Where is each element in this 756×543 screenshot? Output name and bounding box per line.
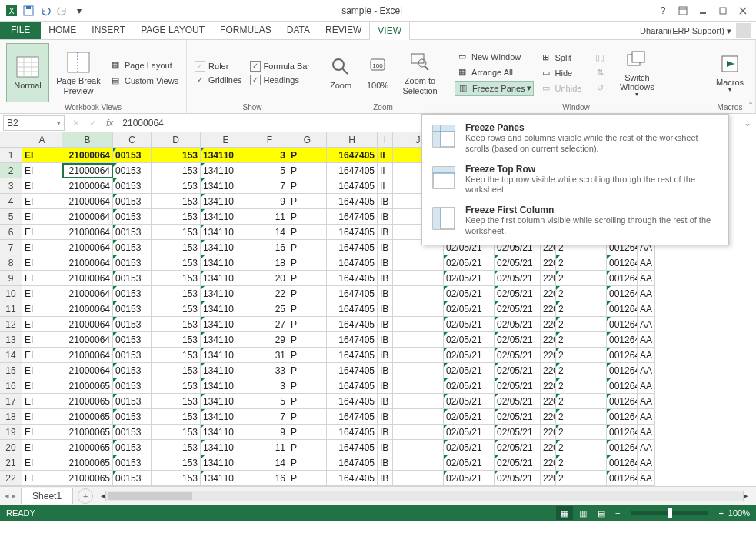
cell[interactable]: 9 [251, 194, 288, 209]
cell[interactable]: 00153 [113, 471, 152, 486]
row-header[interactable]: 22 [0, 471, 22, 486]
tab-formulas[interactable]: FORMULAS [212, 22, 279, 39]
cell[interactable]: 02/05/21 [444, 425, 495, 440]
cell[interactable]: 5 [251, 394, 288, 409]
cell[interactable]: 00126453 [607, 425, 638, 440]
unhide-button[interactable]: ▭Unhide [538, 82, 584, 95]
cell[interactable]: EI [22, 255, 62, 271]
tab-page-layout[interactable]: PAGE LAYOUT [133, 22, 212, 39]
cell[interactable]: 02/05/21 [444, 301, 495, 317]
cell[interactable]: IB [378, 286, 393, 301]
cell[interactable]: 1647405 [327, 301, 378, 317]
cell[interactable]: 1647405 [327, 286, 378, 301]
cell[interactable]: 134110 [201, 286, 251, 301]
row-header[interactable]: 20 [0, 440, 22, 455]
cell[interactable]: P [288, 394, 327, 409]
cell[interactable]: 02/05/21 [444, 317, 495, 332]
cell[interactable]: 02/05/21 [444, 286, 495, 301]
page-break-view-icon[interactable]: ▤ [593, 506, 610, 520]
cell[interactable]: 134110 [201, 317, 251, 332]
cell[interactable]: 153 [152, 394, 201, 409]
cell[interactable]: IB [378, 425, 393, 440]
cell[interactable]: 16 [251, 240, 288, 255]
cell[interactable]: 1647405 [327, 317, 378, 332]
cell[interactable]: 02/05/21 [495, 301, 541, 317]
cell[interactable]: 2 [556, 471, 607, 486]
cell[interactable]: 02/05/21 [495, 471, 541, 486]
cell[interactable]: AA [638, 440, 655, 455]
cell[interactable]: 21000064 [62, 332, 113, 348]
help-icon[interactable]: ? [653, 2, 673, 19]
cell[interactable]: 153 [152, 363, 201, 378]
row-header[interactable]: 3 [0, 178, 22, 194]
sheet-tab[interactable]: Sheet1 [21, 488, 73, 504]
cell[interactable]: EI [22, 301, 62, 317]
cell[interactable]: 7 [251, 409, 288, 425]
cell[interactable]: 02/05/21 [444, 394, 495, 409]
cell[interactable]: IB [378, 455, 393, 471]
select-all-corner[interactable] [0, 132, 22, 148]
cell[interactable]: EI [22, 317, 62, 332]
cell[interactable]: 33 [251, 363, 288, 378]
cell[interactable]: 220012 [541, 363, 556, 378]
cell[interactable]: 153 [152, 286, 201, 301]
cell[interactable]: 00153 [113, 286, 152, 301]
cell[interactable]: AA [638, 255, 655, 271]
cell[interactable]: 21000064 [62, 271, 113, 286]
cell[interactable]: 220012 [541, 332, 556, 348]
cell[interactable]: 00153 [113, 178, 152, 194]
cell[interactable]: 153 [152, 301, 201, 317]
cell[interactable]: EI [22, 471, 62, 486]
cell[interactable]: 134110 [201, 471, 251, 486]
zoom-100-button[interactable]: 100 100% [361, 43, 394, 102]
cell[interactable]: 1647405 [327, 455, 378, 471]
cell[interactable]: 134110 [201, 409, 251, 425]
cell[interactable]: 134110 [201, 394, 251, 409]
cell[interactable]: 1647405 [327, 225, 378, 240]
cell[interactable]: 220016 [541, 455, 556, 471]
cell[interactable]: 21000064 [62, 194, 113, 209]
cell[interactable]: AA [638, 332, 655, 348]
cell[interactable]: 21000064 [62, 148, 113, 163]
cell[interactable]: 7 [251, 178, 288, 194]
formula-bar-checkbox[interactable]: ✓Formula Bar [248, 60, 312, 72]
cell[interactable]: 25 [251, 301, 288, 317]
cell[interactable]: 1647405 [327, 148, 378, 163]
cell[interactable]: 1647405 [327, 209, 378, 225]
cell[interactable]: 153 [152, 163, 201, 178]
col-header[interactable]: E [201, 132, 251, 148]
view-side-by-side-button[interactable]: ▯▯ [592, 51, 611, 65]
cell[interactable]: 2 [556, 317, 607, 332]
cell[interactable]: 00126453 [607, 378, 638, 394]
col-header[interactable]: G [288, 132, 327, 148]
cell[interactable]: 134110 [201, 440, 251, 455]
cell[interactable]: 00126453 [607, 409, 638, 425]
cell[interactable]: AA [638, 409, 655, 425]
cell[interactable]: 220016 [541, 425, 556, 440]
undo-icon[interactable] [37, 2, 54, 19]
cell[interactable]: 27 [251, 317, 288, 332]
cell[interactable] [393, 348, 444, 363]
cell[interactable]: P [288, 455, 327, 471]
row-header[interactable]: 4 [0, 194, 22, 209]
cell[interactable]: 20 [251, 271, 288, 286]
cell[interactable]: EI [22, 332, 62, 348]
cell[interactable]: II [378, 148, 393, 163]
cell[interactable]: 220012 [541, 255, 556, 271]
cell[interactable]: 29 [251, 332, 288, 348]
cell[interactable]: 00153 [113, 240, 152, 255]
tab-insert[interactable]: INSERT [84, 22, 133, 39]
cancel-formula-icon[interactable]: ✕ [68, 115, 85, 132]
cell[interactable]: IB [378, 255, 393, 271]
cell[interactable]: EI [22, 394, 62, 409]
cell[interactable]: 02/05/21 [495, 363, 541, 378]
cell[interactable]: 220016 [541, 394, 556, 409]
page-layout-view-icon[interactable]: ▥ [574, 506, 591, 520]
normal-view-button[interactable]: Normal [6, 43, 49, 102]
cell[interactable]: 1647405 [327, 409, 378, 425]
cell[interactable]: AA [638, 317, 655, 332]
cell[interactable] [393, 363, 444, 378]
cell[interactable]: 1647405 [327, 240, 378, 255]
cell[interactable]: 00126453 [607, 271, 638, 286]
cell[interactable]: 00153 [113, 301, 152, 317]
